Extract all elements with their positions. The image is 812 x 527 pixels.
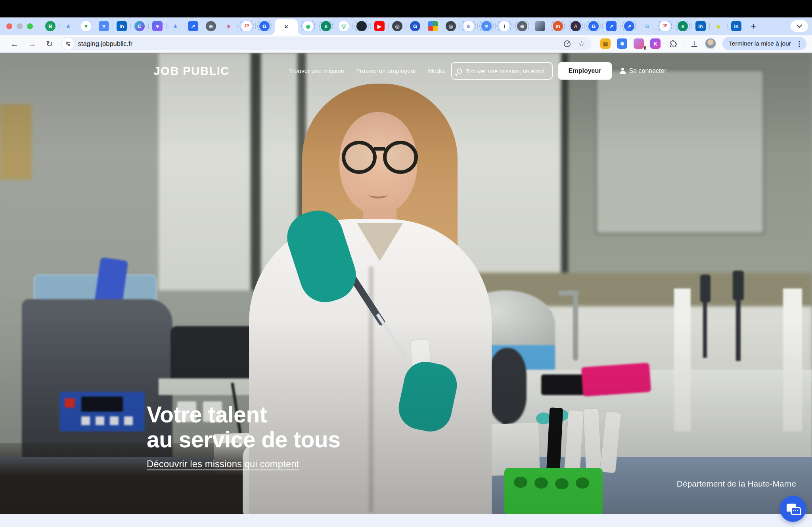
tab-divider [202, 23, 202, 29]
nav-link-1[interactable]: Trouver une mission [289, 67, 345, 74]
downloads-button[interactable]: ↓ [691, 40, 697, 47]
loading-ring-favicon[interactable]: ◉ [303, 21, 313, 31]
nav-link-3[interactable]: Média [428, 67, 445, 74]
heart-app-favicon[interactable]: ♥ [152, 21, 163, 31]
b-app-favicon[interactable]: B [45, 21, 56, 31]
photo-thumb-favicon[interactable] [535, 21, 545, 31]
list-circle-favicon[interactable]: ≡ [481, 21, 492, 31]
snowflake-extension-icon[interactable]: ❄ [617, 38, 627, 49]
bookmark-button[interactable]: ☆ [578, 40, 585, 48]
linkedin-favicon[interactable]: in [695, 21, 706, 31]
tab-divider [638, 23, 638, 29]
linkedin-favicon[interactable]: in [731, 21, 741, 31]
close-window-button[interactable] [6, 23, 12, 29]
browser-tab-strip: B★▼≡inC♥★↗⊕∗JPG × ◉e▽▶◎G◎ılı≡i⊕mAG↗↗GJPe… [0, 17, 812, 35]
asterisk-favicon[interactable]: ∗ [224, 21, 234, 31]
globe-favicon[interactable]: ⊕ [206, 21, 216, 31]
address-bar[interactable]: staging.jobpublic.fr ☆ [61, 37, 592, 50]
jobpublic-favicon[interactable]: JP [241, 21, 252, 31]
url-text[interactable]: staging.jobpublic.fr [78, 40, 560, 48]
active-tab[interactable]: × [275, 19, 298, 35]
google-meet-favicon[interactable] [428, 21, 438, 31]
employer-button[interactable]: Employeur [558, 62, 612, 80]
mi-orange-favicon[interactable]: m [553, 21, 563, 31]
puzzle-icon [669, 40, 677, 48]
tab-divider [388, 23, 389, 29]
g-app-favicon[interactable]: G [259, 21, 270, 31]
tab-divider [424, 23, 424, 29]
growth-app-favicon[interactable]: ↗ [188, 21, 198, 31]
site-logo[interactable]: JOB PUBLIC [153, 64, 230, 78]
pinned-tabs-left: B★▼≡inC♥★↗⊕∗JPG [42, 21, 273, 31]
jobpublic-favicon[interactable]: JP [660, 21, 670, 31]
tab-divider [442, 23, 442, 29]
tab-divider [352, 23, 353, 29]
reload-button[interactable]: ↻ [46, 40, 53, 48]
login-label: Se connecter [629, 67, 666, 74]
search-input[interactable] [466, 68, 547, 74]
gemini-sparkle-favicon[interactable]: ★ [63, 21, 73, 31]
minimize-window-button[interactable] [17, 23, 23, 29]
notes-favicon[interactable]: ≡ [99, 21, 109, 31]
forward-button[interactable]: → [28, 40, 36, 48]
tab-divider [130, 23, 131, 29]
download-icon: ↓ [693, 40, 696, 46]
back-button[interactable]: ← [10, 40, 19, 48]
login-link[interactable]: Se connecter [620, 67, 666, 74]
tab-search-button[interactable] [791, 20, 808, 32]
gemini-sparkle-favicon[interactable]: ★ [170, 21, 180, 31]
funnel-favicon[interactable]: ▽ [339, 21, 349, 31]
discover-missions-link[interactable]: Découvrir les missions qui comptent [147, 458, 299, 470]
canva-favicon[interactable]: C [134, 21, 145, 31]
site-settings-button[interactable] [62, 38, 74, 50]
hero-section: JOB PUBLIC Trouver une missionTrouver un… [0, 53, 812, 514]
tab-divider [59, 23, 59, 29]
more-menu-icon[interactable]: ⋮ [796, 40, 802, 48]
pizza-favicon[interactable]: ▼ [81, 21, 91, 31]
dark-site-favicon[interactable] [356, 21, 367, 31]
new-tab-button[interactable]: + [751, 21, 756, 31]
extension-badge: 8 [644, 46, 646, 50]
youtube-favicon[interactable]: ▶ [374, 21, 385, 31]
folder-extension-icon[interactable]: ▤ [600, 38, 611, 49]
site-search[interactable] [451, 62, 553, 80]
profile-avatar[interactable] [705, 38, 716, 49]
close-tab-icon[interactable]: × [284, 23, 288, 31]
fullscreen-window-button[interactable] [27, 23, 33, 29]
gradient-extension-icon[interactable]: 8 [634, 38, 644, 49]
tab-divider [549, 23, 549, 29]
g-app-favicon[interactable]: G [588, 21, 599, 31]
g-app-favicon[interactable]: G [410, 21, 420, 31]
chrome-dark-favicon[interactable]: ◎ [392, 21, 402, 31]
tab-divider [95, 23, 95, 29]
k-extension-icon[interactable]: K [650, 38, 661, 49]
a-gold-favicon[interactable]: A [571, 21, 581, 31]
person-icon [620, 68, 626, 74]
extensions-menu-button[interactable] [669, 40, 677, 48]
audio-wave-favicon[interactable]: ılı [463, 21, 474, 31]
prism-favicon[interactable]: ◆ [713, 21, 724, 31]
info-favicon[interactable]: i [499, 21, 509, 31]
update-chrome-label: Terminer la mise à jour [729, 40, 791, 47]
growth-circle-favicon[interactable]: ↗ [624, 21, 634, 31]
growth-app-favicon[interactable]: ↗ [606, 21, 617, 31]
nav-link-2[interactable]: Trouver un employeur [356, 67, 416, 74]
tab-divider [709, 23, 710, 29]
hero-title: Votre talent au service de tous [147, 402, 340, 452]
chat-widget-button[interactable]: ••• [780, 496, 806, 522]
tab-divider [148, 23, 149, 29]
update-chrome-button[interactable]: Terminer la mise à jour ⋮ [722, 37, 806, 50]
tab-divider [220, 23, 220, 29]
maps-pin-favicon[interactable]: e [678, 21, 688, 31]
site-nav: Trouver une missionTrouver un employeurM… [289, 67, 445, 74]
g-light-favicon[interactable]: G [642, 21, 652, 31]
tab-divider [335, 23, 335, 29]
photo-caption: Département de la Haute-Marne [677, 479, 796, 489]
chrome-dark-favicon[interactable]: ◎ [446, 21, 456, 31]
maps-pin-favicon[interactable]: e [321, 21, 331, 31]
tab-divider [317, 23, 317, 29]
performance-button[interactable] [563, 40, 571, 48]
globe-favicon[interactable]: ⊕ [517, 21, 527, 31]
pinned-tabs-right: ◉e▽▶◎G◎ılı≡i⊕mAG↗↗GJPein◆in [299, 21, 745, 31]
linkedin-favicon[interactable]: in [117, 21, 127, 31]
